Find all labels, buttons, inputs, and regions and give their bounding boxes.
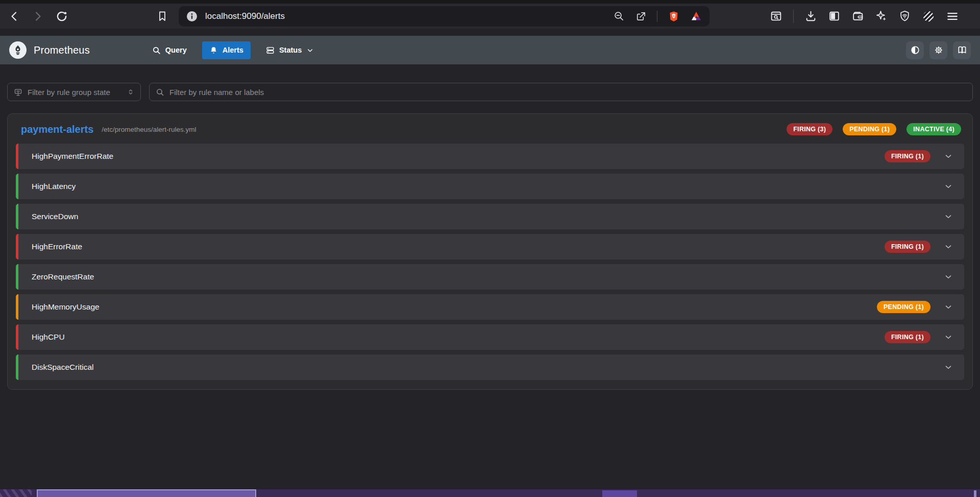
expand-rule-button[interactable] xyxy=(944,333,953,342)
search-tabs-icon xyxy=(770,10,782,22)
rule-search-input[interactable] xyxy=(169,88,966,97)
expand-rule-button[interactable] xyxy=(944,272,953,281)
group-file-path: /etc/prometheus/alert-rules.yml xyxy=(102,126,196,133)
group-header: payment-alerts /etc/prometheus/alert-rul… xyxy=(16,122,964,135)
forward-button[interactable] xyxy=(32,10,44,22)
expand-rule-button[interactable] xyxy=(944,302,953,312)
back-button[interactable] xyxy=(8,10,20,22)
expand-rule-button[interactable] xyxy=(944,152,953,161)
rule-list: HighPaymentErrorRate FIRING (1) HighLate… xyxy=(16,144,964,380)
expand-rule-button[interactable] xyxy=(944,182,953,191)
chevrons-updown-icon xyxy=(127,88,134,96)
search-icon xyxy=(152,46,161,55)
site-info-button[interactable] xyxy=(186,10,198,22)
state-filter-placeholder: Filter by rule group state xyxy=(28,88,122,97)
nav-item-status[interactable]: Status xyxy=(259,41,321,59)
expand-rule-button[interactable] xyxy=(944,363,953,372)
settings-button[interactable] xyxy=(929,41,947,59)
rule-search xyxy=(149,83,973,101)
rule-row[interactable]: ZeroRequestRate xyxy=(16,264,964,290)
brave-shields-button[interactable] xyxy=(668,10,680,23)
status-badge: PENDING (1) xyxy=(843,123,896,135)
rule-row[interactable]: HighErrorRate FIRING (1) xyxy=(16,234,964,259)
rule-row[interactable]: ServiceDown xyxy=(16,204,964,229)
theme-toggle-button[interactable] xyxy=(906,41,924,59)
back-icon xyxy=(8,10,20,22)
taskbar-highlight xyxy=(602,490,637,497)
rule-row[interactable]: HighPaymentErrorRate FIRING (1) xyxy=(16,144,964,169)
rule-name: ZeroRequestRate xyxy=(32,272,94,281)
chevron-down-icon xyxy=(944,302,953,312)
stripes-extension-icon xyxy=(922,10,935,23)
chevron-down-icon xyxy=(944,333,953,342)
rule-state-badge: PENDING (1) xyxy=(877,301,930,313)
brand-title: Prometheus xyxy=(34,44,90,56)
zoom-out-button[interactable] xyxy=(613,10,625,22)
group-name-link[interactable]: payment-alerts xyxy=(21,124,93,135)
wallet-button[interactable] xyxy=(851,10,864,22)
brave-shield-icon xyxy=(668,10,680,23)
group-badges: FIRING (3)PENDING (1)INACTIVE (4) xyxy=(787,123,961,135)
chevron-down-icon xyxy=(944,182,953,191)
vpn-shield-icon xyxy=(898,10,911,22)
chevron-down-icon xyxy=(944,212,953,221)
rule-group-state-filter[interactable]: Filter by rule group state xyxy=(7,83,141,101)
filter-icon xyxy=(14,88,22,97)
expand-rule-button[interactable] xyxy=(944,242,953,251)
expand-rule-button[interactable] xyxy=(944,212,953,221)
rule-state-badge: FIRING (1) xyxy=(885,150,930,162)
rule-name: HighPaymentErrorRate xyxy=(32,152,113,161)
extension-button[interactable] xyxy=(922,10,935,23)
nav-item-alerts[interactable]: Alerts xyxy=(202,41,251,59)
nav-item-query[interactable]: Query xyxy=(145,41,194,59)
site-info-icon xyxy=(186,10,198,22)
rule-name: HighErrorRate xyxy=(32,242,82,251)
menu-button[interactable] xyxy=(946,10,959,23)
rule-name: HighMemoryUsage xyxy=(32,302,100,312)
toolbar-divider xyxy=(793,10,794,23)
reload-button[interactable] xyxy=(55,10,68,23)
vpn-button[interactable] xyxy=(898,10,911,22)
url-bar[interactable]: localhost:9090/alerts xyxy=(179,6,709,27)
bell-icon xyxy=(209,46,218,55)
status-badge: FIRING (3) xyxy=(787,123,832,135)
bookmarks-button[interactable] xyxy=(156,10,168,23)
zoom-out-icon xyxy=(613,10,625,22)
bat-rewards-icon xyxy=(690,10,702,22)
sidebar-icon xyxy=(828,10,841,22)
rule-name: ServiceDown xyxy=(32,212,78,221)
chevron-down-icon xyxy=(306,46,314,54)
share-button[interactable] xyxy=(635,10,647,22)
taskbar-corner-pattern xyxy=(0,489,32,497)
downloads-button[interactable] xyxy=(804,10,817,22)
nav-item-label: Alerts xyxy=(223,46,243,54)
desktop-taskbar-strip xyxy=(0,489,980,497)
reload-icon xyxy=(55,10,68,23)
documentation-button[interactable] xyxy=(953,41,971,59)
rule-state-badge: FIRING (1) xyxy=(885,331,930,343)
brave-rewards-button[interactable] xyxy=(690,10,702,22)
alert-group-panel: payment-alerts /etc/prometheus/alert-rul… xyxy=(7,113,973,390)
rule-row[interactable]: DiskSpaceCritical xyxy=(16,354,964,380)
forward-icon xyxy=(32,10,44,22)
app-navbar: Prometheus Query Alerts Status xyxy=(0,36,980,64)
contrast-icon xyxy=(910,45,920,55)
chevron-down-icon xyxy=(944,242,953,251)
brand[interactable]: Prometheus xyxy=(9,41,90,59)
rule-name: HighLatency xyxy=(32,182,76,191)
rule-row[interactable]: HighMemoryUsage PENDING (1) xyxy=(16,294,964,320)
status-badge: INACTIVE (4) xyxy=(906,123,961,135)
leo-ai-button[interactable] xyxy=(875,10,888,22)
search-icon xyxy=(156,88,164,97)
rule-name: HighCPU xyxy=(32,333,65,342)
rule-row[interactable]: HighCPU FIRING (1) xyxy=(16,324,964,350)
browser-toolbar: localhost:9090/alerts xyxy=(0,0,980,29)
sidebar-button[interactable] xyxy=(828,10,841,22)
chevron-down-icon xyxy=(944,272,953,281)
search-tabs-button[interactable] xyxy=(770,10,782,22)
rule-row[interactable]: HighLatency xyxy=(16,174,964,199)
url-text[interactable]: localhost:9090/alerts xyxy=(205,11,285,21)
urlbar-divider xyxy=(657,11,657,22)
taskbar-highlight xyxy=(974,490,976,497)
taskbar-highlight xyxy=(37,489,256,497)
